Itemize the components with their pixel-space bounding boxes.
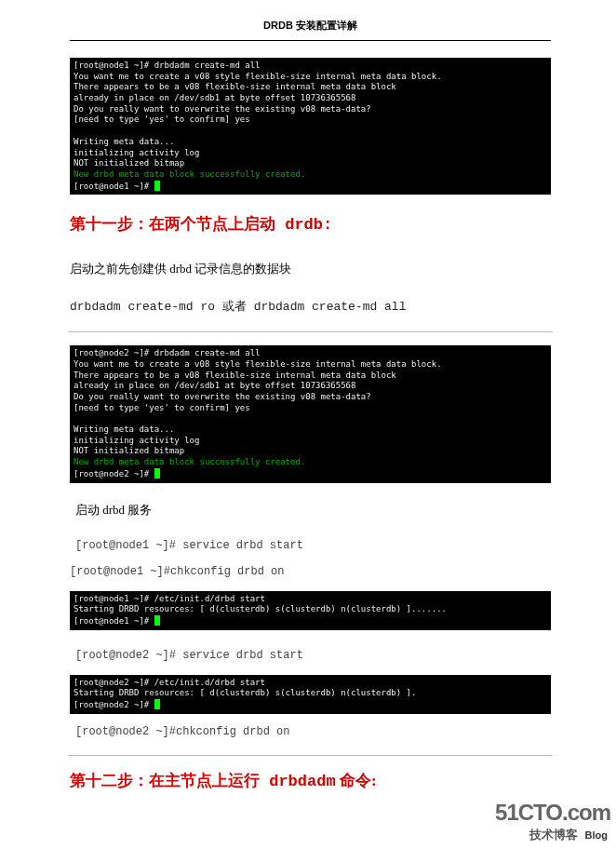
term-line: initializing activity log	[74, 436, 199, 445]
term-line: Starting DRBD resources: [ d(clusterdb) …	[74, 688, 416, 697]
term-line: Starting DRBD resources: [ d(clusterdb) …	[74, 604, 447, 613]
term-line: You want me to create a v08 style flexib…	[74, 359, 442, 369]
term-line: Do you really want to overwrite the exis…	[74, 104, 371, 114]
section-divider	[68, 331, 553, 332]
heading-code: drdb:	[275, 216, 332, 234]
term-line: [need to type 'yes' to confirm] yes	[74, 403, 250, 412]
term-prompt: [root@node2 ~]#	[74, 700, 154, 709]
term-line: already in place on /dev/sdb1 at byte of…	[74, 93, 355, 102]
term-line: NOT initialized bitmap	[74, 446, 184, 455]
heading-text: 第十二步：在主节点上运行	[70, 772, 260, 789]
term-prompt: [root@node1 ~]#	[74, 182, 154, 191]
node2-chkconfig-cmd: [root@node2 ~]#chkconfig drbd on	[75, 725, 551, 738]
term-line: Writing meta data...	[74, 137, 174, 146]
terminal-output-node2-start: [root@node2 ~]# /etc/init.d/drbd start S…	[70, 675, 551, 714]
term-line: [root@node1 ~]# /etc/init.d/drbd start	[74, 594, 265, 603]
term-line: There appears to be a v08 flexible-size …	[74, 82, 396, 91]
terminal-cursor	[154, 615, 160, 626]
term-line: already in place on /dev/sdb1 at byte of…	[74, 381, 355, 390]
start-service-desc: 启动 drbd 服务	[75, 502, 551, 519]
terminal-output-node2-createmd: [root@node2 ~]# drbdadm create-md all Yo…	[70, 345, 551, 482]
term-line: initializing activity log	[74, 148, 199, 157]
node2-service-start-cmd: [root@node2 ~]# service drbd start	[75, 649, 551, 662]
section-divider	[68, 755, 553, 756]
step-11-heading: 第十一步：在两个节点上启动 drdb:	[70, 213, 551, 235]
term-line: [root@node2 ~]# /etc/init.d/drbd start	[74, 678, 265, 687]
term-line: [root@node1 ~]# drbdadm create-md all	[74, 61, 260, 70]
term-line: Writing meta data...	[74, 424, 174, 434]
term-line: [need to type 'yes' to confirm] yes	[74, 115, 250, 124]
watermark-url: 51CTO.com	[495, 800, 610, 826]
doc-title: DRDB 安装配置详解	[70, 19, 551, 41]
terminal-cursor	[154, 468, 160, 478]
term-prompt: [root@node1 ~]#	[74, 616, 154, 626]
terminal-output-node1-createmd: [root@node1 ~]# drbdadm create-md all Yo…	[70, 58, 551, 195]
node1-chkconfig-cmd: [root@node1 ~]#chkconfig drbd on	[70, 565, 551, 578]
term-line: You want me to create a v08 style flexib…	[74, 72, 442, 81]
heading-suffix: 命令:	[336, 772, 377, 789]
term-line: Do you really want to overwrite the exis…	[74, 392, 371, 401]
term-success-line: New drbd meta data block successfully cr…	[74, 457, 305, 466]
term-line: [root@node2 ~]# drbdadm create-md all	[74, 348, 260, 357]
heading-code: drbdadm	[260, 773, 336, 790]
heading-text: 第十一步：在两个节点上启动	[70, 215, 275, 233]
term-line: NOT initialized bitmap	[74, 158, 184, 168]
terminal-output-node1-start: [root@node1 ~]# /etc/init.d/drbd start S…	[70, 591, 551, 630]
terminal-cursor	[154, 699, 160, 709]
watermark: 51CTO.com 技术博客 Blog	[495, 800, 610, 843]
watermark-blog-badge: Blog	[583, 829, 610, 841]
step-11-cmd: drbdadm create-md ro 或者 drbdadm create-m…	[70, 298, 551, 315]
terminal-cursor	[154, 181, 160, 191]
term-line: There appears to be a v08 flexible-size …	[74, 371, 396, 380]
node1-service-start-cmd: [root@node1 ~]# service drbd start	[75, 539, 551, 552]
term-prompt: [root@node2 ~]#	[74, 469, 154, 478]
term-success-line: New drbd meta data block successfully cr…	[74, 169, 305, 179]
watermark-subtitle: 技术博客	[529, 828, 578, 842]
step-12-heading: 第十二步：在主节点上运行 drbdadm 命令:	[70, 770, 551, 791]
step-11-desc: 启动之前先创建供 drbd 记录信息的数据块	[70, 261, 551, 277]
